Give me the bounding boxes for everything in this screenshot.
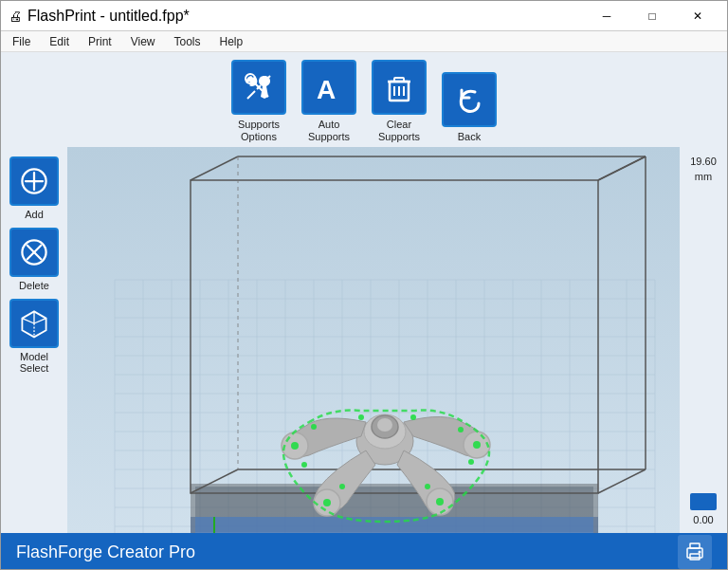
back-icon xyxy=(442,72,497,127)
toolbar: SupportsOptions A AutoSupports xyxy=(1,52,727,147)
ruler-top-value: 19.60 mm xyxy=(690,155,717,184)
svg-text:A: A xyxy=(317,75,336,104)
auto-supports-button[interactable]: A AutoSupports xyxy=(296,60,362,143)
viewport-3d[interactable] xyxy=(67,147,680,533)
menu-edit[interactable]: Edit xyxy=(42,33,77,50)
auto-supports-icon: A xyxy=(301,60,356,115)
svg-rect-8 xyxy=(394,78,404,82)
model-select-icon xyxy=(9,299,59,348)
menu-print[interactable]: Print xyxy=(81,33,119,50)
app-icon: 🖨 xyxy=(9,9,22,24)
titlebar: 🖨 FlashPrint - untitled.fpp* ─ □ ✕ xyxy=(1,1,727,31)
svg-rect-99 xyxy=(690,554,700,560)
svg-point-91 xyxy=(301,462,307,468)
maximize-button[interactable]: □ xyxy=(630,1,674,31)
add-label: Add xyxy=(25,209,44,220)
viewport-area: Add Delete xyxy=(1,147,727,533)
svg-point-86 xyxy=(358,414,364,420)
svg-point-88 xyxy=(458,427,464,432)
delete-icon xyxy=(9,228,59,277)
ruler-bottom: 0.00 xyxy=(690,493,717,525)
svg-point-87 xyxy=(410,414,416,420)
close-button[interactable]: ✕ xyxy=(676,1,719,31)
printer-icon xyxy=(678,535,712,569)
menu-tools[interactable]: Tools xyxy=(167,33,209,50)
svg-rect-98 xyxy=(690,543,700,548)
main: SupportsOptions A AutoSupports xyxy=(1,52,727,570)
delete-button[interactable]: Delete xyxy=(8,228,61,291)
delete-label: Delete xyxy=(19,280,49,291)
svg-point-81 xyxy=(291,442,299,450)
bottombar-title: FlashForge Creator Pro xyxy=(16,542,195,562)
svg-point-89 xyxy=(339,484,345,489)
menu-view[interactable]: View xyxy=(123,33,163,50)
sidebar: Add Delete xyxy=(1,147,67,533)
titlebar-title: FlashPrint - untitled.fpp* xyxy=(27,8,190,25)
svg-line-21 xyxy=(22,319,34,323)
titlebar-left: 🖨 FlashPrint - untitled.fpp* xyxy=(9,8,190,25)
svg-point-92 xyxy=(468,459,474,465)
clear-supports-icon xyxy=(372,60,427,115)
titlebar-controls: ─ □ ✕ xyxy=(585,1,719,31)
clear-supports-label: ClearSupports xyxy=(378,119,420,143)
add-button[interactable]: Add xyxy=(8,156,61,220)
supports-options-button[interactable]: SupportsOptions xyxy=(226,60,292,143)
menu-file[interactable]: File xyxy=(5,33,38,50)
clear-supports-button[interactable]: ClearSupports xyxy=(366,60,432,143)
auto-supports-label: AutoSupports xyxy=(308,119,350,143)
ruler: 19.60 mm 0.00 xyxy=(680,147,727,533)
back-button[interactable]: Back xyxy=(436,72,502,143)
supports-options-icon xyxy=(231,60,286,115)
svg-point-85 xyxy=(311,424,317,430)
model-select-button[interactable]: ModelSelect xyxy=(8,299,61,374)
menubar: File Edit Print View Tools Help xyxy=(1,31,727,52)
menu-help[interactable]: Help xyxy=(212,33,251,50)
svg-rect-23 xyxy=(67,147,680,533)
ruler-bottom-value: 0.00 xyxy=(693,514,713,525)
minimize-button[interactable]: ─ xyxy=(585,1,628,31)
svg-point-82 xyxy=(473,441,481,449)
supports-options-label: SupportsOptions xyxy=(238,119,280,143)
svg-rect-62 xyxy=(195,517,593,533)
svg-point-84 xyxy=(436,498,444,506)
svg-line-3 xyxy=(247,91,255,99)
ruler-indicator xyxy=(690,493,717,510)
svg-line-20 xyxy=(34,319,46,323)
bottombar: FlashForge Creator Pro xyxy=(1,533,727,570)
svg-point-100 xyxy=(699,551,701,554)
svg-point-76 xyxy=(377,418,392,432)
3d-scene xyxy=(67,147,680,533)
add-icon xyxy=(9,156,59,206)
model-select-label: ModelSelect xyxy=(20,351,49,374)
back-label: Back xyxy=(458,131,481,143)
svg-point-83 xyxy=(323,499,331,506)
svg-point-90 xyxy=(425,484,430,489)
